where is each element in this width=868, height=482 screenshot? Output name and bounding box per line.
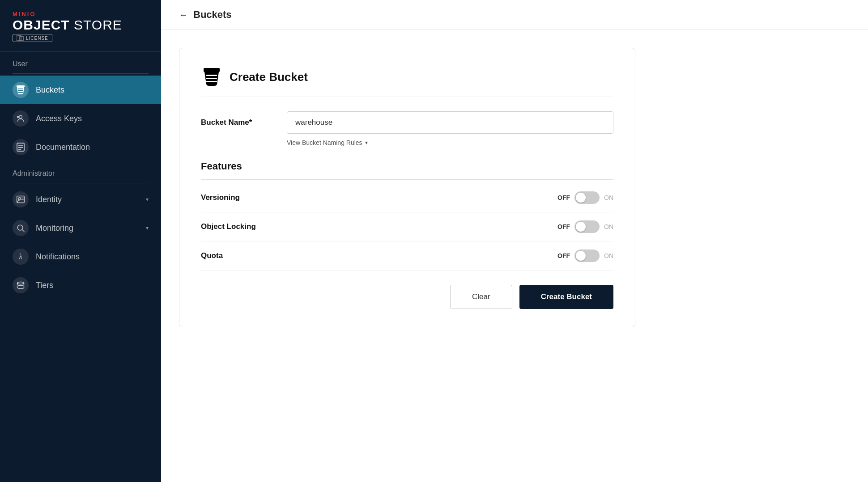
notifications-label: Notifications [36,252,80,262]
tiers-label: Tiers [36,281,53,290]
topbar: ← Buckets [161,0,868,30]
back-button[interactable]: ← [179,10,188,20]
quota-row: Quota OFF ON [201,241,613,271]
notifications-icon: λ [13,249,29,265]
features-divider [201,179,613,180]
sidebar: MINIO OBJECT STORE LICENSE User Buckets [0,0,161,482]
naming-rules-label: View Bucket Naming Rules [287,139,362,146]
versioning-on-label: ON [604,194,613,201]
quota-label: Quota [201,251,557,260]
monitoring-icon [13,220,29,236]
documentation-icon [13,139,29,155]
admin-divider [13,183,149,183]
access-keys-label: Access Keys [36,114,82,123]
quota-off-label: OFF [557,252,570,259]
bucket-name-label: Bucket Name* [201,118,272,127]
buckets-icon [13,82,29,98]
user-divider [13,73,149,74]
svg-rect-21 [206,75,217,76]
tiers-icon [13,277,29,293]
sidebar-item-notifications[interactable]: λ Notifications [0,242,161,271]
sidebar-item-monitoring[interactable]: Monitoring ▾ [0,214,161,242]
main-content: ← Buckets Create Bucket Bucket [161,0,868,482]
minio-text: MINIO [13,11,36,17]
documentation-label: Documentation [36,143,90,152]
object-locking-toggle[interactable] [574,220,600,233]
svg-rect-5 [18,92,23,93]
sidebar-item-tiers[interactable]: Tiers [0,271,161,300]
object-locking-on-label: ON [604,223,613,230]
user-section-label: User [0,52,161,72]
svg-rect-9 [17,143,24,151]
identity-icon [13,191,29,207]
quota-toggle[interactable] [574,249,600,262]
svg-rect-1 [19,37,24,40]
svg-rect-22 [206,78,217,79]
topbar-title: Buckets [193,9,232,21]
card-header: Create Bucket [201,66,613,97]
svg-rect-4 [18,90,23,91]
bucket-name-section: Bucket Name* View Bucket Naming Rules ▾ [201,111,613,146]
create-bucket-button[interactable]: Create Bucket [519,285,613,309]
identity-label: Identity [36,195,62,204]
bucket-form-icon [201,66,222,88]
clear-button[interactable]: Clear [450,285,512,309]
admin-section-label: Administrator [0,161,161,181]
svg-rect-2 [17,85,25,87]
object-locking-row: Object Locking OFF ON [201,212,613,241]
naming-rules-chevron: ▾ [365,140,368,146]
svg-rect-0 [17,35,21,41]
bucket-name-row: Bucket Name* [201,111,613,134]
svg-point-6 [19,115,22,118]
bucket-name-input[interactable] [287,111,613,134]
sidebar-item-identity[interactable]: Identity ▾ [0,185,161,214]
access-keys-icon [13,110,29,127]
sidebar-item-access-keys[interactable]: Access Keys [0,104,161,133]
license-text: LICENSE [26,36,48,41]
object-locking-toggle-group: OFF ON [557,220,613,233]
create-bucket-card: Create Bucket Bucket Name* View Bucket N… [179,48,635,327]
object-locking-off-label: OFF [557,223,570,230]
identity-chevron: ▾ [146,196,149,203]
svg-rect-23 [206,81,217,82]
quota-on-label: ON [604,252,613,259]
monitoring-chevron: ▾ [146,225,149,231]
agpl-badge: LICENSE [13,34,52,42]
features-section: Features Versioning OFF ON Object Lockin… [201,161,613,271]
svg-point-19 [17,282,24,284]
versioning-toggle[interactable] [574,191,600,204]
sidebar-item-buckets[interactable]: Buckets [0,76,161,104]
monitoring-label: Monitoring [36,224,73,233]
logo-area: MINIO OBJECT STORE LICENSE [0,0,161,52]
versioning-row: Versioning OFF ON [201,183,613,212]
naming-rules-toggle[interactable]: View Bucket Naming Rules ▾ [287,139,613,146]
object-store-text: OBJECT STORE [13,17,149,32]
svg-line-18 [22,230,25,232]
svg-rect-20 [204,68,220,72]
svg-rect-3 [18,89,23,89]
buckets-label: Buckets [36,85,64,95]
page-content: Create Bucket Bucket Name* View Bucket N… [161,30,653,345]
object-locking-label: Object Locking [201,222,557,231]
minio-logo: MINIO [13,11,149,17]
action-buttons: Clear Create Bucket [201,285,613,309]
sidebar-item-documentation[interactable]: Documentation [0,133,161,161]
versioning-label: Versioning [201,193,557,202]
svg-point-17 [17,225,23,230]
card-title: Create Bucket [230,70,308,84]
svg-rect-8 [17,117,19,118]
svg-point-14 [18,198,21,200]
versioning-toggle-group: OFF ON [557,191,613,204]
features-title: Features [201,161,613,172]
quota-toggle-group: OFF ON [557,249,613,262]
versioning-off-label: OFF [557,194,570,201]
